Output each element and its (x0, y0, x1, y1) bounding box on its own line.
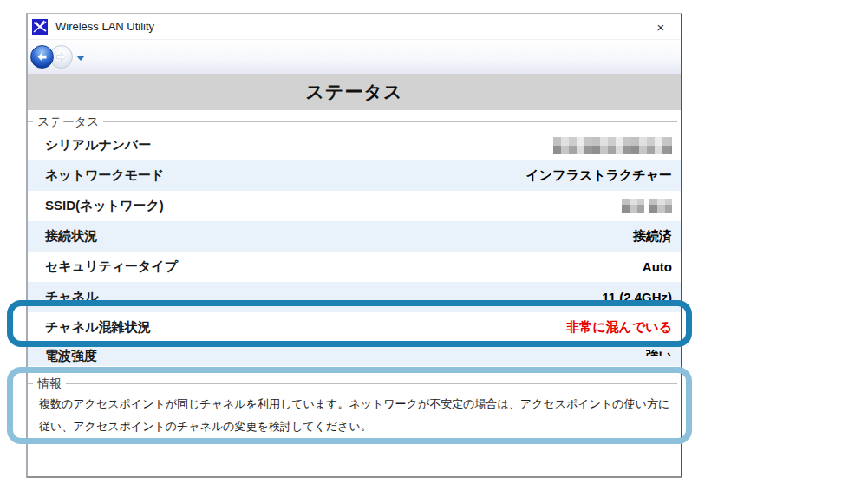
window-title: Wireless LAN Utility (55, 20, 154, 33)
row-label: 接続状況 (45, 228, 97, 245)
screenshot-canvas: Wireless LAN Utility × ステータス ステータス (0, 0, 868, 484)
navigation-bar (28, 40, 681, 74)
page-title: ステータス (306, 80, 403, 104)
title-bar: Wireless LAN Utility × (28, 14, 681, 40)
row-label: ネットワークモード (45, 167, 164, 184)
status-row-network-mode: ネットワークモード インフラストラクチャー (28, 160, 681, 191)
row-value: 接続済 (633, 228, 672, 245)
ssid-redacted-block (649, 199, 672, 213)
status-group-label: ステータス (33, 114, 103, 130)
status-row-security-type: セキュリティータイプ Auto (28, 252, 681, 282)
ssid-redacted-value (622, 199, 672, 213)
status-groupbox-header: ステータス (28, 110, 681, 130)
row-label: セキュリティータイプ (45, 258, 178, 275)
status-row-connection-status: 接続状況 接続済 (28, 221, 681, 252)
highlight-channel-congestion-row (7, 300, 692, 347)
close-button[interactable]: × (649, 16, 672, 38)
row-value: 強い (646, 348, 672, 356)
highlight-info-box (7, 367, 692, 444)
app-icon (32, 19, 48, 35)
clipped-value-wrapper: 強い (646, 348, 672, 356)
back-button[interactable] (30, 45, 54, 69)
row-value: インフラストラクチャー (525, 167, 672, 184)
row-value: Auto (643, 259, 672, 274)
serial-number-redacted-value (553, 137, 672, 154)
groupbox-border-line (103, 121, 677, 122)
status-row-serial-number: シリアルナンバー (28, 130, 681, 160)
row-label: SSID(ネットワーク) (45, 198, 164, 214)
row-label: 電波強度 (45, 348, 97, 364)
page-header: ステータス (28, 74, 681, 110)
ssid-redacted-block (622, 199, 644, 213)
history-dropdown-arrow[interactable] (76, 56, 85, 61)
status-row-ssid: SSID(ネットワーク) (28, 191, 681, 221)
row-label: シリアルナンバー (45, 137, 151, 154)
